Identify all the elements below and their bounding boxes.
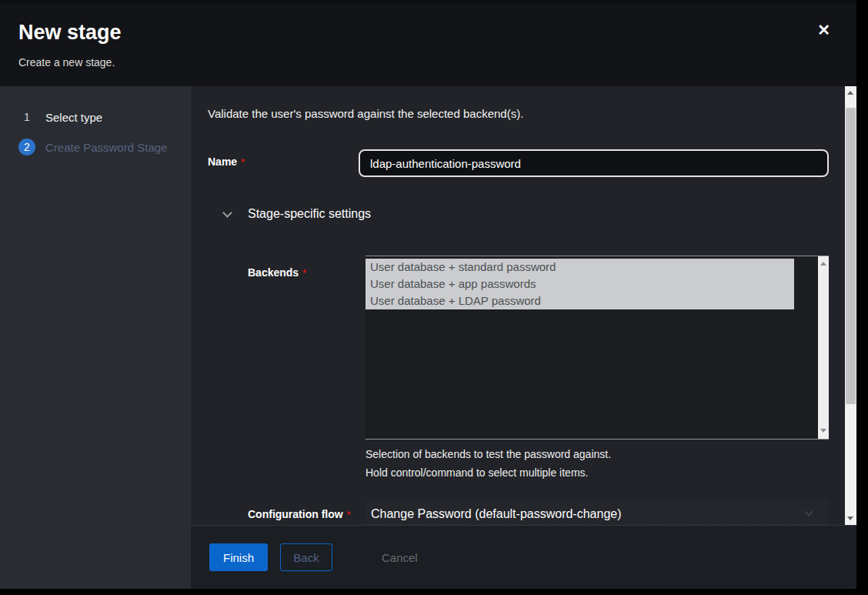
modal-footer: Finish Back Cancel: [191, 525, 856, 589]
triangle-up-icon: [820, 262, 826, 266]
required-asterisk: *: [347, 510, 351, 520]
modal-title: New stage: [18, 21, 122, 45]
close-icon[interactable]: ✕: [817, 22, 830, 38]
form-scroll-area: Validate the user's password against the…: [191, 86, 845, 525]
wizard-step-select-type[interactable]: 1 Select type: [0, 106, 191, 128]
scrollbar-thumb[interactable]: [846, 108, 856, 404]
new-stage-modal: New stage Create a new stage. ✕ 1 Select…: [0, 4, 856, 589]
configuration-flow-label-text: Configuration flow: [248, 508, 343, 520]
required-asterisk: *: [302, 268, 306, 279]
name-input[interactable]: [359, 149, 829, 177]
form-intro: Validate the user's password against the…: [208, 107, 523, 120]
modal-header: New stage Create a new stage. ✕: [0, 4, 856, 86]
select-caret-icon: [804, 507, 813, 516]
scroll-up-icon[interactable]: [818, 258, 829, 270]
backend-option-selected[interactable]: User database + app passwords: [366, 276, 794, 292]
stage-settings-expander[interactable]: Stage-specific settings: [224, 206, 371, 222]
wizard-step-create-password-stage[interactable]: 2 Create Password Stage: [0, 136, 191, 158]
backends-help-text: Selection of backends to test the passwo…: [366, 448, 611, 460]
expander-label: Stage-specific settings: [248, 207, 371, 221]
scrollbar-down-icon[interactable]: [845, 512, 856, 525]
backend-option-selected[interactable]: User database + LDAP password: [366, 292, 794, 309]
modal-subtitle: Create a new stage.: [18, 56, 115, 69]
triangle-down-icon: [847, 516, 853, 520]
step-label: Create Password Stage: [45, 141, 167, 154]
selected-flow-value: Change Password (default-password-change…: [371, 507, 622, 521]
triangle-down-icon: [820, 429, 826, 433]
backends-label-text: Backends: [248, 266, 299, 279]
backends-help-multiselect-hint: Hold control/command to select multiple …: [366, 466, 588, 479]
listbox-scrollbar[interactable]: [818, 256, 829, 439]
configuration-flow-label: Configuration flow*: [248, 508, 350, 520]
form-scrollbar[interactable]: [845, 86, 856, 525]
required-asterisk: *: [241, 157, 245, 168]
back-button[interactable]: Back: [280, 543, 332, 571]
scrollbar-up-icon[interactable]: [845, 86, 856, 99]
configuration-flow-select[interactable]: Change Password (default-password-change…: [366, 500, 829, 525]
triangle-up-icon: [847, 91, 853, 95]
scroll-down-icon[interactable]: [818, 425, 829, 437]
backends-multiselect[interactable]: User database + standard password User d…: [366, 256, 829, 440]
backends-label: Backends*: [248, 266, 306, 279]
step-number: 1: [18, 109, 35, 125]
screen: New stage Create a new stage. ✕ 1 Select…: [0, 0, 868, 595]
chevron-down-icon: [222, 208, 232, 218]
name-label-text: Name: [208, 155, 237, 168]
step-label: Select type: [45, 111, 102, 124]
step-number-badge: 2: [18, 139, 35, 155]
finish-button[interactable]: Finish: [209, 543, 268, 571]
wizard-steps-sidebar: 1 Select type 2 Create Password Stage: [0, 86, 191, 589]
backend-option-selected[interactable]: User database + standard password: [366, 259, 794, 276]
name-label: Name*: [208, 155, 245, 168]
cancel-button[interactable]: Cancel: [382, 551, 418, 564]
